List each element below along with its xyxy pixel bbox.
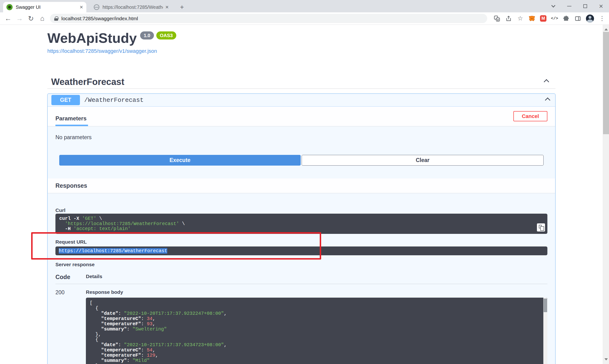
- response-row: 200 Response body [ { "date": "2022-10-2…: [55, 284, 547, 364]
- minimize-button[interactable]: [561, 0, 577, 12]
- collapse-tag-icon[interactable]: [544, 79, 549, 85]
- page-title: WebApiStudy: [47, 30, 137, 46]
- operation-block-get: GET /WeatherForecast Parameters Cancel N…: [47, 93, 556, 364]
- close-icon: ×: [599, 3, 603, 10]
- browser-toolbar: ← → ↻ ⌂ localhost:7285/swagger/index.htm…: [0, 12, 609, 25]
- browser-menu-icon[interactable]: ⋮: [598, 15, 606, 22]
- minimize-icon: [567, 6, 571, 7]
- page-scrollbar[interactable]: [603, 25, 609, 364]
- scroll-up-arrow-icon[interactable]: [605, 27, 608, 30]
- response-body-block: [ { "date": "2022-10-20T17:17:37.9232247…: [86, 298, 547, 364]
- chevron-down-icon: [551, 4, 555, 8]
- bookmark-star-icon[interactable]: ☆: [517, 15, 524, 22]
- no-parameters-text: No parameters: [55, 134, 91, 140]
- tab-parameters[interactable]: Parameters: [55, 115, 88, 126]
- curl-label: Curl: [55, 208, 547, 213]
- request-url-label: Request URL: [55, 239, 547, 245]
- responses-title: Responses: [55, 182, 87, 189]
- page-scroll-thumb[interactable]: [603, 32, 609, 134]
- operation-summary[interactable]: GET /WeatherForecast: [48, 94, 555, 107]
- page-favicon-icon: [94, 4, 99, 10]
- profile-avatar[interactable]: [586, 14, 594, 23]
- request-url-block: https://localhost:7285/WeatherForecast: [55, 247, 547, 256]
- parameters-header: Parameters Cancel: [48, 107, 555, 126]
- gmail-extension-icon[interactable]: M: [540, 15, 546, 22]
- response-body-json: [ { "date": "2022-10-20T17:17:37.9232247…: [90, 300, 538, 364]
- tab-swagger-ui[interactable]: Swagger UI ×: [3, 2, 86, 12]
- tag-name: WeatherForecast: [51, 77, 124, 87]
- back-button[interactable]: ←: [2, 13, 14, 24]
- lock-icon[interactable]: [54, 16, 58, 21]
- extension-icon[interactable]: [563, 15, 570, 22]
- details-column-header: Details: [86, 273, 102, 281]
- browser-window: Swagger UI × https://localhost:7285/Weat…: [0, 0, 609, 364]
- code-column-header: Code: [55, 273, 86, 281]
- copy-icon: [539, 225, 542, 228]
- responses-header: Responses: [48, 178, 555, 193]
- copy-button[interactable]: [537, 223, 545, 232]
- maximize-button[interactable]: [577, 0, 593, 12]
- response-body-scroll-thumb[interactable]: [544, 299, 547, 312]
- close-window-button[interactable]: ×: [593, 0, 609, 12]
- maximize-icon: [583, 4, 587, 8]
- new-tab-button[interactable]: +: [178, 3, 186, 12]
- clear-button[interactable]: Clear: [302, 155, 544, 166]
- side-panel-icon[interactable]: [574, 15, 581, 22]
- collapse-operation-icon[interactable]: [545, 97, 550, 103]
- plus-icon: +: [180, 3, 184, 11]
- tab-weatherforecast[interactable]: https://localhost:7285/Weathe ×: [91, 2, 172, 12]
- tab-close-icon[interactable]: ×: [165, 4, 169, 10]
- share-icon[interactable]: [505, 15, 512, 22]
- response-body-label: Response body: [86, 289, 547, 295]
- oas3-badge: OAS3: [156, 31, 176, 39]
- swagger-json-link[interactable]: https://localhost:7285/swagger/v1/swagge…: [47, 48, 157, 54]
- tag-section-header[interactable]: WeatherForecast: [47, 76, 556, 89]
- curl-command-block: curl -X 'GET' \ 'https://localhost:7285/…: [55, 214, 547, 234]
- api-title-row: WebApiStudy 1.0 OAS3: [47, 30, 556, 46]
- reload-button[interactable]: ↻: [25, 13, 37, 24]
- response-body-scrollbar[interactable]: [543, 298, 547, 364]
- address-url[interactable]: localhost:7285/swagger/index.html: [61, 16, 138, 21]
- server-response-label: Server response: [55, 262, 547, 267]
- window-controls: ×: [545, 0, 609, 12]
- swagger-page: WebApiStudy 1.0 OAS3 https://localhost:7…: [0, 25, 603, 364]
- forward-button[interactable]: →: [14, 13, 25, 24]
- operation-path: /WeatherForecast: [84, 97, 144, 104]
- toolbar-icons: ☆ M </> ⋮: [493, 14, 606, 23]
- execute-button-group: Execute Clear: [59, 155, 544, 166]
- tab-title: https://localhost:7285/Weathe: [103, 4, 163, 10]
- status-code: 200: [55, 289, 86, 364]
- tab-search-button[interactable]: [545, 0, 561, 12]
- swagger-favicon-icon: [6, 4, 13, 10]
- cancel-button[interactable]: Cancel: [513, 111, 547, 121]
- response-table-header: Code Details: [55, 273, 547, 284]
- version-badge: 1.0: [140, 31, 154, 39]
- address-bar[interactable]: localhost:7285/swagger/index.html: [50, 14, 487, 23]
- request-url-value: https://localhost:7285/WeatherForecast: [59, 248, 167, 254]
- tab-strip: Swagger UI × https://localhost:7285/Weat…: [0, 0, 609, 12]
- tab-title: Swagger UI: [16, 4, 77, 10]
- http-method-badge: GET: [52, 95, 80, 105]
- translate-icon[interactable]: [493, 15, 501, 22]
- devtools-extension-icon[interactable]: </>: [551, 15, 558, 22]
- metamask-extension-icon[interactable]: [528, 15, 535, 22]
- curl-command: curl -X 'GET' \ 'https://localhost:7285/…: [59, 216, 544, 232]
- home-button[interactable]: ⌂: [37, 13, 48, 24]
- execute-button[interactable]: Execute: [59, 155, 301, 166]
- scroll-down-arrow-icon[interactable]: [605, 358, 608, 362]
- tab-close-icon[interactable]: ×: [80, 4, 83, 10]
